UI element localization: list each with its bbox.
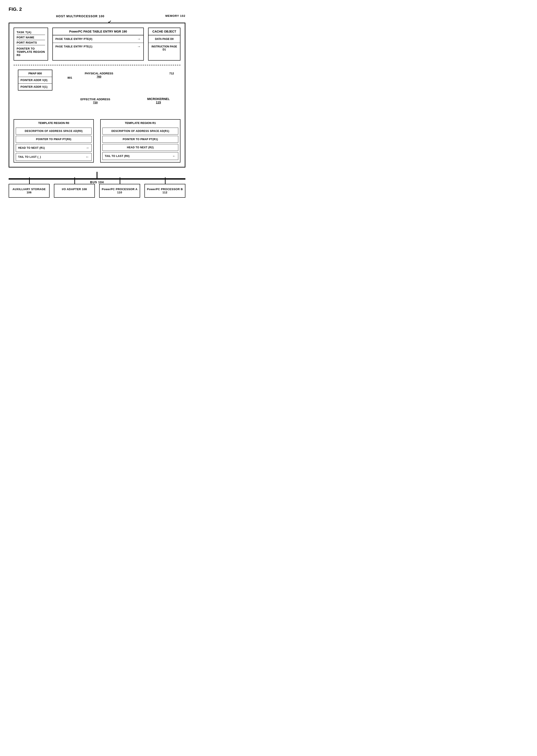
label-801: 801 bbox=[67, 76, 72, 79]
template-r0-row-1: POINTER TO PMAP PT(R0) bbox=[16, 136, 92, 143]
template-r1-row-3: TAIL TO LAST (R0) ← bbox=[103, 152, 178, 160]
bus-component-1: I/O ADAPTER 108 bbox=[54, 184, 95, 198]
top-section: TASK T(A) PORT NAME PORT RIGHTS POINTER … bbox=[14, 27, 181, 65]
bus-bar-container: BUS 104 bbox=[9, 178, 186, 184]
right-top: PowerPC PAGE TABLE ENTRY MGR 190 PAGE TA… bbox=[52, 27, 181, 60]
bus-comp-line-0 bbox=[29, 178, 30, 184]
physical-address-label: PHYSICAL ADDRESS 760 bbox=[85, 72, 113, 78]
pmap-row-0: POINTER ADDR V(0) bbox=[18, 77, 52, 84]
cache-data-row-1: INSTRUCTION PAGE D1 bbox=[148, 43, 180, 53]
bus-comp-line-1 bbox=[74, 178, 75, 184]
task-row-3: PORT RIGHTS bbox=[17, 40, 45, 45]
pmap-area: PMAP 800 POINTER ADDR V(0) POINTER ADDR … bbox=[18, 70, 52, 108]
bus-comp-line-2 bbox=[120, 178, 120, 184]
task-row-2: PORT NAME bbox=[17, 35, 45, 40]
template-r0-row-3: TAIL TO LAST (_) ← bbox=[16, 153, 92, 161]
template-r0-box: TEMPLATE REGION R0 DESCRIPTION OF ADDRES… bbox=[14, 119, 94, 163]
bottom-section: TEMPLATE REGION R0 DESCRIPTION OF ADDRES… bbox=[14, 117, 181, 163]
template-r1-row-2: HEAD TO NEXT (R2) bbox=[103, 144, 178, 151]
template-r1-box: TEMPLATE REGION R1 DESCRIPTION OF ADDRES… bbox=[100, 119, 181, 163]
cache-box: CACHE OBJECT DATA PAGE D0 INSTRUCTION PA… bbox=[148, 27, 181, 60]
template-r1-row-1: POINTER TO PMAP PT(R1) bbox=[103, 136, 178, 143]
pte-row-0: PAGE TABLE ENTRY PTE(0) → bbox=[53, 35, 144, 43]
pmap-box: PMAP 800 POINTER ADDR V(0) POINTER ADDR … bbox=[18, 70, 52, 91]
task-row-1: TASK T(A) bbox=[17, 30, 45, 35]
task-box: TASK T(A) PORT NAME PORT RIGHTS POINTER … bbox=[14, 27, 48, 60]
bus-component-0: AUXILLIARY STORAGE 106 bbox=[9, 184, 50, 198]
template-r1-row-0: DESCRIPTION OF ADDRESS SPACE AD(R1) bbox=[103, 128, 178, 135]
bus-comp-line-3 bbox=[165, 178, 166, 184]
effective-address-label: EFFECTIVE ADDRESS 720 bbox=[80, 98, 110, 104]
label-712: 712 bbox=[169, 72, 174, 75]
cache-title: CACHE OBJECT bbox=[148, 28, 180, 35]
r0-head-arrow: → bbox=[86, 146, 90, 150]
middle-labels: 801 PHYSICAL ADDRESS 760 712 EFFECTIVE A… bbox=[59, 70, 181, 108]
pmap-row-1: POINTER ADDR V(1) bbox=[18, 84, 52, 90]
host-label: HOST MULTIPROCESSOR 100 bbox=[56, 15, 104, 18]
memory-label: MEMORY 102 bbox=[165, 14, 186, 18]
fig-label: FIG. 2 bbox=[9, 7, 186, 12]
template-r0-row-0: DESCRIPTION OF ADDRESS SPACE AD(R0) bbox=[16, 128, 92, 135]
cache-data-row-0: DATA PAGE D0 bbox=[148, 35, 180, 43]
bus-components: AUXILLIARY STORAGE 106 I/O ADAPTER 108 P… bbox=[9, 184, 186, 198]
memory-box: TASK T(A) PORT NAME PORT RIGHTS POINTER … bbox=[9, 22, 186, 168]
pmap-title: PMAP 800 bbox=[18, 70, 52, 77]
powerpc-box: PowerPC PAGE TABLE ENTRY MGR 190 PAGE TA… bbox=[52, 27, 144, 60]
bus-section: BUS 104 AUXILLIARY STORAGE 106 I/O ADAPT… bbox=[9, 172, 186, 198]
bus-component-3: PowerPC PROCESSOR B 112 bbox=[145, 184, 186, 198]
pte-row-1: PAGE TABLE ENTRY PTE(1) → bbox=[53, 43, 144, 50]
middle-section: PMAP 800 POINTER ADDR V(0) POINTER ADDR … bbox=[14, 65, 181, 113]
bus-bar bbox=[9, 178, 186, 179]
powerpc-title: PowerPC PAGE TABLE ENTRY MGR 190 bbox=[53, 28, 144, 35]
template-r0-row-2: HEAD TO NEXT (R1) → bbox=[16, 144, 92, 152]
template-r1-title: TEMPLATE REGION R1 bbox=[101, 120, 180, 126]
pte1-arrow: → bbox=[137, 45, 141, 49]
template-r0-title: TEMPLATE REGION R0 bbox=[14, 120, 93, 126]
task-row-4: POINTER TO TEMPLATE REGION R0 bbox=[17, 45, 45, 59]
bus-vertical-connector bbox=[97, 172, 98, 178]
microkernel-label: MICROKERNEL 115 bbox=[147, 97, 170, 104]
bus-component-2: PowerPC PROCESSOR A 110 bbox=[99, 184, 140, 198]
pte0-arrow: → bbox=[137, 37, 141, 41]
page-container: FIG. 2 HOST MULTIPROCESSOR 100 MEMORY 10… bbox=[9, 7, 186, 198]
bus-label: BUS 104 bbox=[9, 180, 186, 184]
r1-tail-arrow: ← bbox=[173, 154, 176, 158]
r0-tail-arrow-in: ← bbox=[86, 155, 90, 159]
